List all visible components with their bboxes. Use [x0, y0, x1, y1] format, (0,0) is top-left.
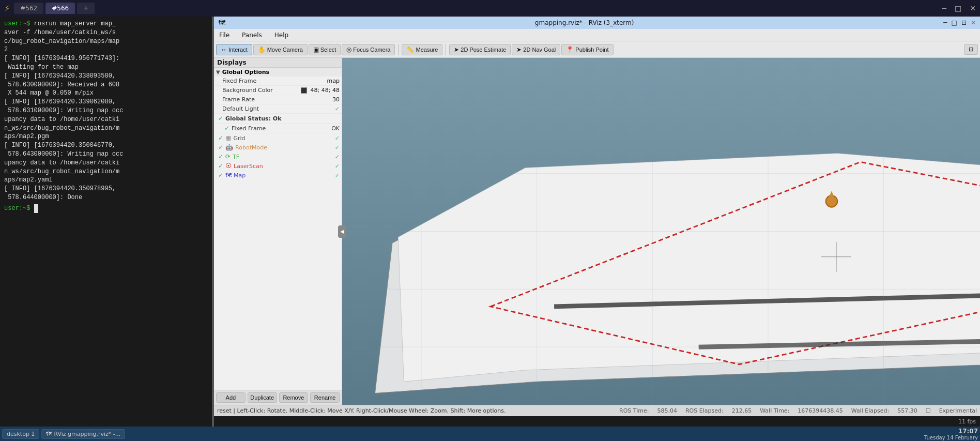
robotmodel-label: RobotModel [235, 144, 269, 151]
interact-label: Interact [228, 47, 248, 53]
experimental-label: Experimental [939, 407, 977, 414]
maximize-button[interactable]: □ [955, 4, 961, 12]
move-camera-button[interactable]: ✋ Move Camera [253, 44, 308, 55]
bg-color-text: 48; 48; 48 [311, 87, 340, 94]
menu-file[interactable]: File [216, 31, 233, 40]
fps-value: 11 fps [958, 418, 976, 425]
terminal-panel: user:~$ rosrun map_server map_ aver -f /… [0, 17, 212, 427]
nav-goal-label: 2D Nav Goal [523, 47, 556, 53]
rviz-status-bar: reset | Left-Click: Rotate. Middle-Click… [214, 405, 980, 416]
ros-elapsed-value: 212.65 [732, 407, 752, 414]
rviz-toolbar: ↔ Interact ✋ Move Camera ▣ Select ◎ Focu… [214, 41, 980, 58]
displays-scroll[interactable]: ▼ Global Options Fixed Frame map Backgro… [214, 68, 342, 229]
terminal-line-19: aps/map2.yaml [4, 176, 208, 185]
ros-elapsed-label: ROS Elapsed: [685, 407, 724, 414]
taskbar-desktop-item[interactable]: desktop 1 [2, 429, 39, 439]
add-display-button[interactable]: Add [216, 392, 246, 403]
status-bar-left: reset | Left-Click: Rotate. Middle-Click… [217, 407, 619, 414]
rviz-panel: 🗺 gmapping.rviz* - RViz (3_xterm) ─ □ ⊡ … [214, 17, 980, 427]
global-status-fixed-frame-row: ✓ Fixed Frame OK [214, 124, 342, 133]
displays-header: Displays [214, 58, 342, 68]
fixed-frame-value[interactable]: map [327, 78, 340, 84]
display-item-robotmodel[interactable]: ✓ 🤖 RobotModel ✓ [214, 143, 342, 152]
grid-check-icon: ✓ [218, 134, 223, 142]
rviz-menu-bar: File Panels Help [214, 29, 980, 41]
terminal-line-21: 578.644000000]: Done [4, 193, 208, 202]
global-options-section[interactable]: ▼ Global Options [214, 68, 342, 77]
status-bar-right: ROS Time: 585.04 ROS Elapsed: 212.65 Wal… [619, 407, 977, 414]
display-item-grid[interactable]: ✓ ▦ Grid ✓ [214, 133, 342, 143]
move-camera-label: Move Camera [267, 47, 303, 53]
display-item-map[interactable]: ✓ 🗺 Map ✓ [214, 171, 342, 180]
frame-rate-value[interactable]: 30 [332, 96, 340, 103]
terminal-line-17: upancy data to /home/user/catki [4, 159, 208, 168]
grid-label: Grid [233, 135, 245, 142]
terminal-line-18: n_ws/src/bug_robot_navigation/m [4, 168, 208, 176]
terminal-line-16: 578.643000000]: Writing map occ [4, 150, 208, 159]
focus-camera-button[interactable]: ◎ Focus Camera [342, 44, 395, 55]
tf-display-icon: ⟳ [225, 153, 231, 160]
wall-elapsed-label: Wall Elapsed: [851, 407, 889, 414]
rviz-minimize-btn[interactable]: ─ [943, 19, 947, 26]
interact-button[interactable]: ↔ Interact [216, 44, 252, 55]
robotmodel-check2: ✓ [335, 144, 340, 151]
select-button[interactable]: ▣ Select [309, 44, 341, 55]
taskbar-rviz-label: RViz gmapping.rviz* -... [54, 431, 120, 437]
fps-bar: 11 fps [214, 416, 980, 427]
terminal-tab-add[interactable]: + [77, 3, 95, 14]
remove-display-button[interactable]: Remove [279, 392, 309, 403]
laserscan-label: LaserScan [234, 163, 263, 170]
display-item-laserscan[interactable]: ✓ ⦿ LaserScan ✓ [214, 161, 342, 171]
taskbar-rviz-item[interactable]: 🗺 RViz gmapping.rviz* -... [41, 429, 125, 439]
displays-sidebar: Displays ▼ Global Options Fixed Frame ma… [214, 58, 342, 405]
laserscan-display-icon: ⦿ [225, 162, 232, 170]
fullscreen-toggle-button[interactable]: ⊡ [964, 44, 978, 55]
rviz-maximize-btn[interactable]: □ [952, 19, 957, 26]
toolbar-sep-2 [446, 44, 446, 55]
terminal-line-1: user:~$ rosrun map_server map_ [4, 20, 208, 28]
laserscan-check2: ✓ [335, 163, 340, 170]
terminal-tab-562[interactable]: #562 [14, 3, 43, 14]
minimize-button[interactable]: ─ [942, 4, 946, 12]
experimental-checkbox[interactable]: ☐ [926, 407, 931, 414]
sidebar-collapse-button[interactable]: ◀ [338, 225, 346, 238]
bg-color-value[interactable]: 48; 48; 48 [301, 87, 340, 94]
select-label: Select [320, 47, 336, 53]
3d-viewport[interactable] [342, 58, 980, 405]
nav-goal-button[interactable]: ➤ 2D Nav Goal [512, 44, 560, 55]
close-button[interactable]: ✕ [970, 4, 976, 12]
pose-estimate-label: 2D Pose Estimate [461, 47, 506, 53]
publish-point-label: Publish Point [575, 47, 608, 53]
duplicate-display-button[interactable]: Duplicate [248, 392, 277, 403]
terminal-line-6: Waiting for the map [4, 63, 208, 72]
menu-panels[interactable]: Panels [239, 31, 265, 40]
measure-button[interactable]: 📏 Measure [402, 44, 442, 55]
terminal-line-3: c/bug_robot_navigation/maps/map [4, 37, 208, 46]
robotmodel-display-icon: 🤖 [225, 144, 233, 151]
rename-display-button[interactable]: Rename [310, 392, 340, 403]
terminal-line-2: aver -f /home/user/catkin_ws/s [4, 28, 208, 37]
terminal-tab-566[interactable]: #566 [45, 3, 75, 14]
terminal-line-20: [ INFO] [1676394420.350978995, [4, 185, 208, 193]
terminal-line-11: 578.631000000]: Writing map occ [4, 107, 208, 115]
rviz-title-bar: 🗺 gmapping.rviz* - RViz (3_xterm) ─ □ ⊡ … [214, 17, 980, 29]
rviz-window-controls: ─ □ ⊡ ✕ [943, 19, 976, 26]
terminal-line-9: X 544 map @ 0.050 m/pix [4, 89, 208, 98]
menu-help[interactable]: Help [271, 31, 292, 40]
wall-time-value: 1676394438.45 [798, 407, 843, 414]
fixed-frame-row: Fixed Frame map [214, 77, 342, 86]
terminal-line-12: upancy data to /home/user/catki [4, 115, 208, 124]
default-light-checkbox[interactable]: ✓ [335, 105, 340, 112]
map-label: Map [234, 172, 246, 179]
publish-point-button[interactable]: 📍 Publish Point [561, 44, 613, 55]
display-item-tf[interactable]: ✓ ⟳ TF ✓ [214, 152, 342, 161]
fullscreen-icon: ⊡ [969, 46, 973, 53]
pose-estimate-button[interactable]: ➤ 2D Pose Estimate [449, 44, 511, 55]
terminal-line-15: [ INFO] [1676394420.350046770, [4, 141, 208, 150]
fixed-frame-ok-label: Fixed Frame [232, 125, 329, 132]
rviz-fullscreen-btn[interactable]: ⊡ [961, 19, 967, 26]
global-options-expand-icon: ▼ [216, 69, 220, 75]
fixed-frame-ok-icon: ✓ [224, 125, 229, 132]
terminal-output[interactable]: user:~$ rosrun map_server map_ aver -f /… [0, 17, 212, 427]
rviz-close-btn[interactable]: ✕ [971, 19, 976, 26]
